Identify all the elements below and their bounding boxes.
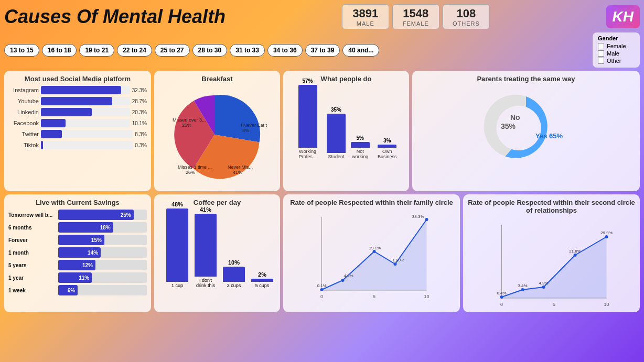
age-btn-1[interactable]: 16 to 18 bbox=[42, 44, 77, 57]
svg-text:8%: 8% bbox=[242, 128, 249, 133]
social-media-card: Most used Social Media platform Instagra… bbox=[4, 71, 151, 191]
bar-value: 8.3% bbox=[135, 131, 147, 137]
age-btn-7[interactable]: 34 to 36 bbox=[267, 44, 303, 57]
coffee-label: 1 cup bbox=[171, 283, 183, 288]
age-btn-2[interactable]: 19 to 21 bbox=[79, 44, 114, 57]
bar-fill bbox=[41, 141, 43, 149]
savings-bars: Tomorrow will b... 25% 6 months 18% Fore… bbox=[8, 210, 147, 295]
bar-fill bbox=[41, 130, 62, 138]
bar-label: Tiktok bbox=[8, 142, 39, 148]
stats-boxes: 3891 MALE 1548 FEMALE 108 OTHERS bbox=[342, 4, 490, 29]
legend-other: Other bbox=[598, 58, 635, 64]
svg-text:Never Mis...: Never Mis... bbox=[228, 164, 253, 170]
age-btn-0[interactable]: 13 to 15 bbox=[4, 44, 39, 57]
second-chart-wrap: 0 5 10 0.4% 3.4% 4.3% 21.8% 29.9% bbox=[467, 217, 636, 312]
vbar bbox=[351, 142, 370, 148]
legend-other-box bbox=[598, 58, 604, 64]
savings-label: 6 months bbox=[8, 225, 58, 231]
age-btn-8[interactable]: 37 to 39 bbox=[305, 44, 340, 57]
savings-card: Live with Current Savings Tomorrow will … bbox=[4, 194, 151, 312]
social-bar-row: Facebook 10.1% bbox=[8, 119, 147, 127]
donut-wrap: No 35% Yes 65% bbox=[416, 86, 636, 170]
svg-text:Misses 1 time ...: Misses 1 time ... bbox=[178, 164, 212, 170]
header: Causes Of Mental Health 3891 MALE 1548 F… bbox=[4, 4, 640, 29]
bar-label: Twitter bbox=[8, 131, 39, 137]
svg-text:38.3%: 38.3% bbox=[412, 214, 424, 219]
vbar bbox=[378, 145, 396, 148]
whatdo-bar-col: 5% Not working bbox=[350, 135, 370, 159]
age-btn-5[interactable]: 28 to 30 bbox=[192, 44, 228, 57]
vbar bbox=[327, 114, 346, 153]
legend-female-box bbox=[598, 43, 604, 49]
bar-fill bbox=[41, 108, 92, 116]
age-btn-6[interactable]: 31 to 33 bbox=[230, 44, 265, 57]
coffee-card: Coffee per day 48% 1 cup 41% I don't dri… bbox=[154, 194, 280, 312]
female-label: FEMALE bbox=[402, 20, 430, 27]
legend-other-label: Other bbox=[607, 58, 621, 64]
stat-male: 3891 MALE bbox=[342, 4, 389, 29]
bar-label: Linkedin bbox=[8, 109, 39, 115]
svg-text:Missed over 3...: Missed over 3... bbox=[173, 117, 206, 123]
second-line-chart: 0 5 10 0.4% 3.4% 4.3% 21.8% 29.9% bbox=[469, 220, 634, 309]
savings-fill: 25% bbox=[58, 210, 134, 220]
social-bars: Instagram 32.3% Youtube 28.7% Linkedin 2… bbox=[8, 86, 147, 149]
male-label: MALE bbox=[352, 20, 379, 27]
stat-female: 1548 FEMALE bbox=[392, 4, 439, 29]
bar-label: Youtube bbox=[8, 98, 39, 104]
coffee-bar bbox=[166, 209, 188, 282]
whatdo-bar-col: 35% Student bbox=[327, 107, 346, 159]
coffee-label: I don't drink this bbox=[195, 278, 217, 288]
svg-text:0.1%: 0.1% bbox=[317, 283, 326, 288]
vbar bbox=[298, 85, 317, 148]
age-btn-9[interactable]: 40 and... bbox=[342, 44, 379, 57]
svg-text:5: 5 bbox=[553, 302, 555, 307]
svg-text:19.1%: 19.1% bbox=[369, 246, 381, 250]
savings-track: 6% bbox=[58, 285, 147, 295]
whatdo-bar-col: 3% Own Business bbox=[374, 138, 400, 159]
svg-text:5: 5 bbox=[373, 294, 375, 299]
vbar-label: Working Profes... bbox=[293, 149, 323, 159]
parents-card: Parents treating the same way No 35% Yes… bbox=[412, 71, 640, 191]
savings-row: Tomorrow will b... 25% bbox=[8, 210, 147, 220]
coffee-bar bbox=[195, 214, 217, 277]
legend-male: Male bbox=[598, 50, 635, 57]
svg-text:10: 10 bbox=[424, 294, 429, 299]
bar-value: 0.3% bbox=[135, 142, 147, 148]
whatdo-bar-col: 57% Working Profes... bbox=[293, 78, 323, 159]
savings-track: 25% bbox=[58, 210, 147, 220]
bar-value: 10.1% bbox=[132, 120, 147, 126]
family-chart-wrap: 0 5 10 0.1% 4.2% 19.1% 11.0% 38.3% bbox=[287, 210, 456, 305]
savings-track: 11% bbox=[58, 272, 147, 283]
age-btn-3[interactable]: 22 to 24 bbox=[117, 44, 152, 57]
svg-marker-26 bbox=[322, 220, 427, 290]
bar-track bbox=[41, 108, 130, 116]
savings-fill: 14% bbox=[58, 247, 101, 258]
vbar-label: Student bbox=[328, 154, 345, 159]
svg-text:I Never Eat this: I Never Eat this bbox=[241, 123, 267, 128]
page-title: Causes Of Mental Health bbox=[4, 6, 226, 28]
age-btn-4[interactable]: 25 to 27 bbox=[155, 44, 190, 57]
social-media-title: Most used Social Media platform bbox=[8, 75, 147, 83]
bar-track bbox=[41, 141, 133, 149]
savings-row: 1 month 14% bbox=[8, 247, 147, 258]
parents-title: Parents treating the same way bbox=[416, 75, 636, 83]
bar-value: 28.7% bbox=[132, 98, 147, 104]
coffee-pct: 2% bbox=[258, 271, 266, 278]
parents-donut: No 35% Yes 65% bbox=[479, 86, 573, 170]
vbar-pct: 35% bbox=[331, 107, 341, 113]
savings-pct: 25% bbox=[121, 212, 131, 218]
coffee-bar bbox=[251, 279, 273, 282]
legend-male-label: Male bbox=[607, 50, 619, 57]
bar-fill bbox=[41, 86, 121, 94]
savings-label: 1 week bbox=[8, 288, 58, 293]
savings-pct: 11% bbox=[79, 275, 89, 281]
legend-male-box bbox=[598, 50, 604, 57]
savings-pct: 15% bbox=[91, 237, 102, 243]
bar-track bbox=[41, 130, 133, 138]
svg-text:10: 10 bbox=[604, 302, 609, 307]
vbar-label: Own Business bbox=[374, 149, 400, 159]
legend-female-label: Female bbox=[607, 43, 626, 49]
svg-text:25%: 25% bbox=[182, 123, 191, 128]
gender-legend: Gender Female Male Other bbox=[593, 32, 640, 68]
savings-label: 1 month bbox=[8, 250, 58, 256]
